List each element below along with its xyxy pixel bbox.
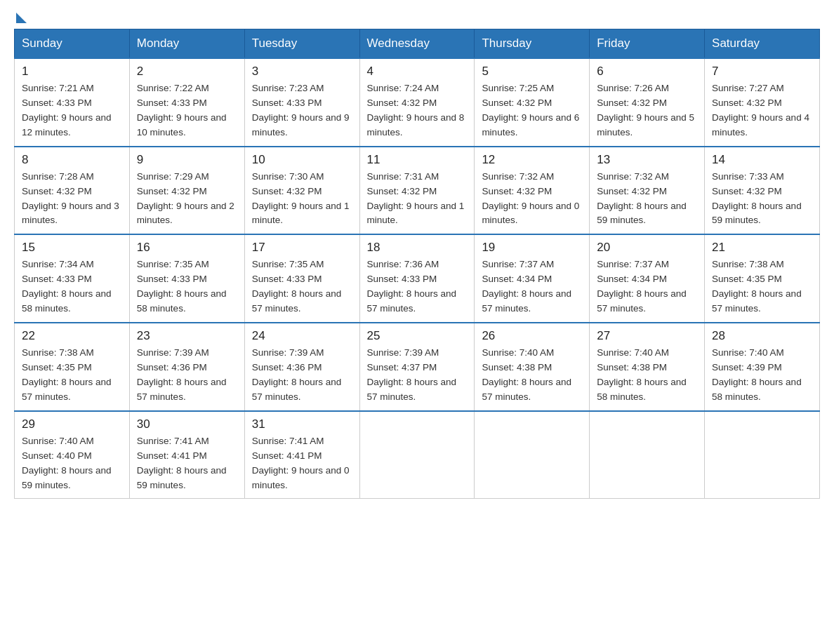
calendar-day-16: 16 Sunrise: 7:35 AMSunset: 4:33 PMDaylig… [129,234,244,323]
day-info: Sunrise: 7:25 AMSunset: 4:32 PMDaylight:… [482,83,579,137]
calendar-day-2: 2 Sunrise: 7:22 AMSunset: 4:33 PMDayligh… [129,58,244,147]
calendar-day-19: 19 Sunrise: 7:37 AMSunset: 4:34 PMDaylig… [475,234,590,323]
calendar-week-4: 22 Sunrise: 7:38 AMSunset: 4:35 PMDaylig… [15,323,820,411]
calendar-empty-cell [590,411,705,499]
day-number: 6 [597,65,697,79]
calendar-day-9: 9 Sunrise: 7:29 AMSunset: 4:32 PMDayligh… [129,147,244,235]
day-info: Sunrise: 7:41 AMSunset: 4:41 PMDaylight:… [252,436,350,490]
day-number: 5 [482,65,582,79]
weekday-header-monday: Monday [129,29,244,59]
day-info: Sunrise: 7:39 AMSunset: 4:37 PMDaylight:… [367,347,457,402]
weekday-header-thursday: Thursday [475,29,590,59]
day-number: 22 [22,329,122,343]
weekday-header-saturday: Saturday [705,29,820,59]
day-number: 1 [22,65,122,79]
day-info: Sunrise: 7:26 AMSunset: 4:32 PMDaylight:… [597,83,694,137]
day-info: Sunrise: 7:37 AMSunset: 4:34 PMDaylight:… [597,259,687,314]
day-info: Sunrise: 7:24 AMSunset: 4:32 PMDaylight:… [367,83,465,137]
calendar-empty-cell [705,411,820,499]
day-info: Sunrise: 7:38 AMSunset: 4:35 PMDaylight:… [712,259,802,314]
calendar-day-1: 1 Sunrise: 7:21 AMSunset: 4:33 PMDayligh… [15,58,130,147]
day-info: Sunrise: 7:39 AMSunset: 4:36 PMDaylight:… [137,347,227,402]
day-number: 27 [597,329,697,343]
day-info: Sunrise: 7:21 AMSunset: 4:33 PMDaylight:… [22,83,112,137]
weekday-header-tuesday: Tuesday [244,29,359,59]
day-info: Sunrise: 7:33 AMSunset: 4:32 PMDaylight:… [712,171,802,226]
day-info: Sunrise: 7:34 AMSunset: 4:33 PMDaylight:… [22,259,112,314]
calendar-week-1: 1 Sunrise: 7:21 AMSunset: 4:33 PMDayligh… [15,58,820,147]
calendar-day-18: 18 Sunrise: 7:36 AMSunset: 4:33 PMDaylig… [359,234,475,323]
calendar-day-26: 26 Sunrise: 7:40 AMSunset: 4:38 PMDaylig… [475,323,590,411]
calendar-table: SundayMondayTuesdayWednesdayThursdayFrid… [14,29,820,499]
day-info: Sunrise: 7:39 AMSunset: 4:36 PMDaylight:… [252,347,342,402]
day-number: 13 [597,153,697,167]
calendar-day-15: 15 Sunrise: 7:34 AMSunset: 4:33 PMDaylig… [15,234,130,323]
day-info: Sunrise: 7:30 AMSunset: 4:32 PMDaylight:… [252,171,350,226]
page-header [14,14,820,22]
calendar-day-20: 20 Sunrise: 7:37 AMSunset: 4:34 PMDaylig… [590,234,705,323]
calendar-day-29: 29 Sunrise: 7:40 AMSunset: 4:40 PMDaylig… [15,411,130,499]
calendar-day-4: 4 Sunrise: 7:24 AMSunset: 4:32 PMDayligh… [359,58,475,147]
calendar-day-21: 21 Sunrise: 7:38 AMSunset: 4:35 PMDaylig… [705,234,820,323]
calendar-day-27: 27 Sunrise: 7:40 AMSunset: 4:38 PMDaylig… [590,323,705,411]
calendar-day-14: 14 Sunrise: 7:33 AMSunset: 4:32 PMDaylig… [705,147,820,235]
day-number: 7 [712,65,812,79]
day-number: 4 [367,65,468,79]
calendar-day-5: 5 Sunrise: 7:25 AMSunset: 4:32 PMDayligh… [475,58,590,147]
day-number: 20 [597,241,697,255]
day-info: Sunrise: 7:41 AMSunset: 4:41 PMDaylight:… [137,436,227,490]
weekday-header-sunday: Sunday [15,29,130,59]
day-info: Sunrise: 7:32 AMSunset: 4:32 PMDaylight:… [597,171,687,226]
calendar-empty-cell [359,411,475,499]
day-number: 11 [367,153,468,167]
day-number: 14 [712,153,812,167]
day-number: 21 [712,241,812,255]
day-number: 9 [137,153,237,167]
day-info: Sunrise: 7:32 AMSunset: 4:32 PMDaylight:… [482,171,579,226]
day-number: 19 [482,241,582,255]
day-number: 3 [252,65,352,79]
calendar-week-5: 29 Sunrise: 7:40 AMSunset: 4:40 PMDaylig… [15,411,820,499]
day-info: Sunrise: 7:27 AMSunset: 4:32 PMDaylight:… [712,83,809,137]
calendar-day-12: 12 Sunrise: 7:32 AMSunset: 4:32 PMDaylig… [475,147,590,235]
calendar-day-13: 13 Sunrise: 7:32 AMSunset: 4:32 PMDaylig… [590,147,705,235]
calendar-day-25: 25 Sunrise: 7:39 AMSunset: 4:37 PMDaylig… [359,323,475,411]
day-number: 16 [137,241,237,255]
day-number: 23 [137,329,237,343]
day-info: Sunrise: 7:29 AMSunset: 4:32 PMDaylight:… [137,171,234,226]
calendar-day-30: 30 Sunrise: 7:41 AMSunset: 4:41 PMDaylig… [129,411,244,499]
calendar-day-10: 10 Sunrise: 7:30 AMSunset: 4:32 PMDaylig… [244,147,359,235]
day-info: Sunrise: 7:23 AMSunset: 4:33 PMDaylight:… [252,83,350,137]
logo-arrow-icon [16,13,27,23]
day-number: 26 [482,329,582,343]
calendar-week-3: 15 Sunrise: 7:34 AMSunset: 4:33 PMDaylig… [15,234,820,323]
weekday-header-row: SundayMondayTuesdayWednesdayThursdayFrid… [15,29,820,59]
day-info: Sunrise: 7:38 AMSunset: 4:35 PMDaylight:… [22,347,112,402]
day-info: Sunrise: 7:28 AMSunset: 4:32 PMDaylight:… [22,171,119,226]
weekday-header-friday: Friday [590,29,705,59]
calendar-day-24: 24 Sunrise: 7:39 AMSunset: 4:36 PMDaylig… [244,323,359,411]
day-number: 29 [22,417,122,431]
day-number: 30 [137,417,237,431]
day-number: 10 [252,153,352,167]
calendar-day-22: 22 Sunrise: 7:38 AMSunset: 4:35 PMDaylig… [15,323,130,411]
day-number: 18 [367,241,468,255]
day-number: 17 [252,241,352,255]
calendar-week-2: 8 Sunrise: 7:28 AMSunset: 4:32 PMDayligh… [15,147,820,235]
day-info: Sunrise: 7:31 AMSunset: 4:32 PMDaylight:… [367,171,465,226]
day-info: Sunrise: 7:40 AMSunset: 4:39 PMDaylight:… [712,347,802,402]
day-number: 8 [22,153,122,167]
calendar-day-7: 7 Sunrise: 7:27 AMSunset: 4:32 PMDayligh… [705,58,820,147]
day-info: Sunrise: 7:35 AMSunset: 4:33 PMDaylight:… [252,259,342,314]
calendar-day-17: 17 Sunrise: 7:35 AMSunset: 4:33 PMDaylig… [244,234,359,323]
day-info: Sunrise: 7:40 AMSunset: 4:38 PMDaylight:… [482,347,571,402]
calendar-day-23: 23 Sunrise: 7:39 AMSunset: 4:36 PMDaylig… [129,323,244,411]
day-number: 15 [22,241,122,255]
calendar-day-28: 28 Sunrise: 7:40 AMSunset: 4:39 PMDaylig… [705,323,820,411]
day-number: 12 [482,153,582,167]
day-number: 2 [137,65,237,79]
calendar-day-11: 11 Sunrise: 7:31 AMSunset: 4:32 PMDaylig… [359,147,475,235]
calendar-day-3: 3 Sunrise: 7:23 AMSunset: 4:33 PMDayligh… [244,58,359,147]
calendar-day-8: 8 Sunrise: 7:28 AMSunset: 4:32 PMDayligh… [15,147,130,235]
day-info: Sunrise: 7:35 AMSunset: 4:33 PMDaylight:… [137,259,227,314]
